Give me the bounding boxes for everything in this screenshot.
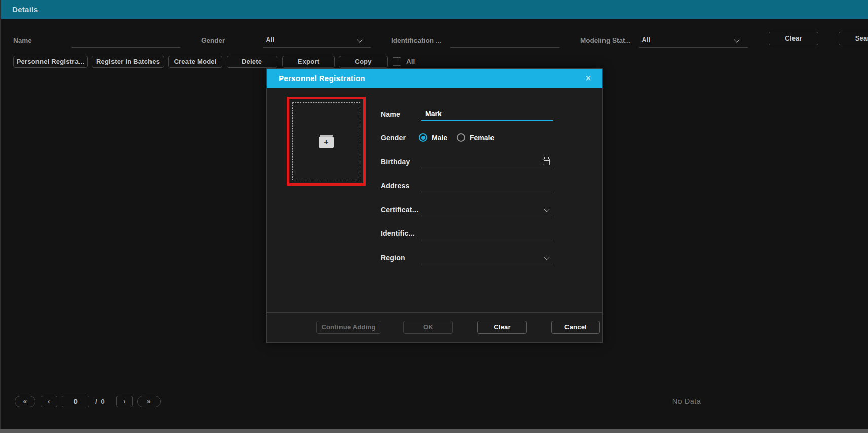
- filter-modeling-status-select[interactable]: All: [639, 33, 748, 48]
- certificate-label: Certificat...: [381, 203, 419, 216]
- calendar-icon[interactable]: [543, 159, 550, 165]
- name-field[interactable]: Mark: [421, 108, 553, 121]
- region-select[interactable]: [421, 251, 553, 264]
- search-button[interactable]: Search: [839, 32, 868, 45]
- name-row: Name Mark: [267, 108, 602, 121]
- page-title: Details: [12, 0, 38, 19]
- filter-name-label: Name: [13, 33, 32, 48]
- next-page-button[interactable]: ›: [116, 396, 133, 407]
- titlebar: Details: [0, 0, 868, 19]
- personnel-registration-button[interactable]: Personnel Registra...: [13, 56, 88, 68]
- birthday-row: Birthday: [267, 155, 602, 168]
- ok-button[interactable]: OK: [403, 321, 453, 334]
- filter-name-input[interactable]: [72, 33, 180, 48]
- certificate-row: Certificat...: [267, 203, 602, 216]
- male-radio-label: Male: [432, 131, 447, 144]
- name-label: Name: [381, 108, 400, 121]
- female-radio-label: Female: [470, 131, 494, 144]
- female-radio[interactable]: [457, 133, 465, 142]
- filter-identification-input[interactable]: [450, 33, 560, 48]
- no-data-label: No Data: [654, 396, 720, 407]
- identification-field[interactable]: [421, 227, 553, 240]
- export-button[interactable]: Export: [282, 56, 335, 68]
- select-all-label: All: [406, 56, 415, 68]
- address-field[interactable]: [421, 179, 553, 192]
- name-value: Mark: [425, 108, 443, 120]
- chevron-down-icon: [544, 206, 549, 212]
- birthday-label: Birthday: [381, 155, 410, 168]
- address-label: Address: [381, 179, 409, 192]
- close-icon[interactable]: ×: [580, 69, 596, 88]
- birthday-field[interactable]: [421, 155, 553, 168]
- dialog-footer: Continue Adding OK Clear Cancel: [267, 312, 602, 343]
- region-row: Region: [267, 251, 602, 264]
- chevron-down-icon: [544, 254, 549, 260]
- certificate-select[interactable]: [421, 203, 553, 216]
- chevron-down-icon: [357, 36, 362, 42]
- filter-modeling-status-value: All: [641, 33, 650, 47]
- window-bottom-edge: [0, 429, 868, 433]
- page-total: / 0: [95, 396, 105, 407]
- male-radio[interactable]: [419, 133, 427, 142]
- identification-row: Identific...: [267, 227, 602, 240]
- address-row: Address: [267, 179, 602, 192]
- last-page-button[interactable]: »: [137, 396, 161, 407]
- gender-row: Gender Male Female: [267, 131, 602, 144]
- dialog-title: Personnel Registration: [279, 69, 365, 88]
- personnel-registration-dialog: Personnel Registration × + Name Mark Gen…: [266, 68, 603, 343]
- dialog-header: Personnel Registration ×: [267, 69, 602, 88]
- delete-button[interactable]: Delete: [227, 56, 277, 68]
- filter-modeling-status-label: Modeling Stat...: [580, 33, 631, 48]
- page-number-input[interactable]: [62, 396, 89, 407]
- identification-label: Identific...: [381, 227, 415, 240]
- app-window: { "window": { "title": "Details" }, "col…: [0, 0, 868, 433]
- filter-gender-label: Gender: [201, 33, 225, 48]
- first-page-button[interactable]: «: [15, 396, 35, 407]
- previous-page-button[interactable]: ‹: [41, 396, 57, 407]
- window-left-edge: [0, 0, 1, 429]
- region-label: Region: [381, 251, 405, 264]
- create-model-button[interactable]: Create Model: [168, 56, 222, 68]
- dialog-clear-button[interactable]: Clear: [477, 321, 527, 334]
- chevron-down-icon: [734, 36, 739, 42]
- clear-filters-button[interactable]: Clear: [769, 32, 818, 45]
- copy-button[interactable]: Copy: [339, 56, 388, 68]
- filter-gender-select[interactable]: All: [263, 33, 371, 48]
- gender-label: Gender: [381, 131, 406, 144]
- filter-identification-label: Identification ...: [391, 33, 441, 48]
- select-all-checkbox[interactable]: [393, 57, 401, 66]
- register-in-batches-button[interactable]: Register in Batches: [92, 56, 164, 68]
- continue-adding-button[interactable]: Continue Adding: [316, 321, 381, 334]
- cancel-button[interactable]: Cancel: [551, 321, 600, 334]
- filter-gender-value: All: [266, 33, 274, 47]
